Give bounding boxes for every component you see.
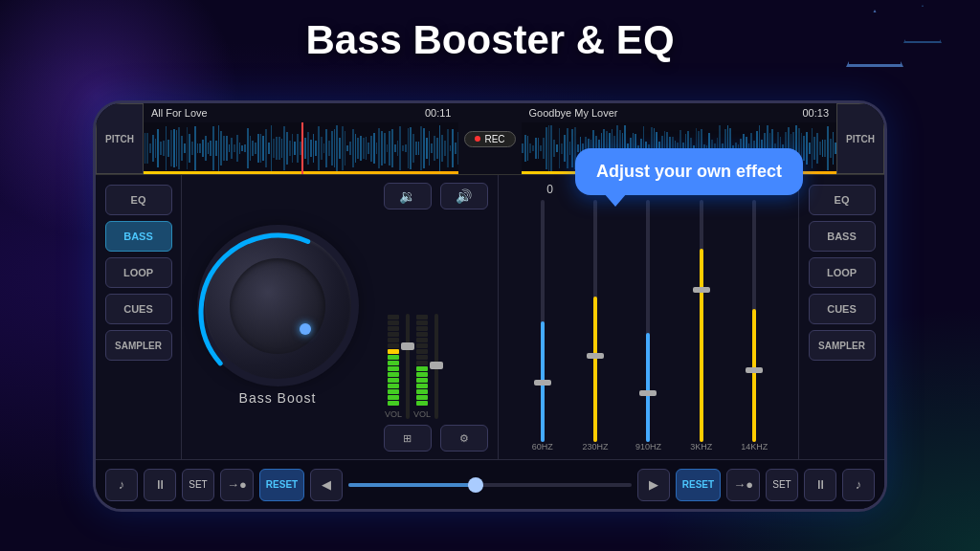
rec-label: REC — [484, 134, 504, 144]
rec-button[interactable]: REC — [464, 131, 515, 147]
track-time-right: 00:13 — [802, 107, 829, 119]
knob-outer — [204, 231, 352, 380]
rec-dot — [475, 136, 480, 142]
music-icon-right[interactable]: ♪ — [842, 469, 875, 501]
eq-slider-track-4[interactable] — [752, 200, 756, 442]
vu-left-column: VOL — [385, 300, 402, 419]
eq-slider-fill-4 — [752, 309, 756, 442]
eq-slider-thumb-0 — [534, 380, 551, 386]
eq-sliders — [506, 200, 791, 442]
vu-bottom-buttons: ⊞ ⚙ — [381, 425, 490, 452]
right-panel: EQ BASS LOOP CUES SAMPLER — [798, 175, 884, 459]
eq-section: 070100 60HZ230HZ910HZ3KHZ14KHZ — [498, 175, 798, 459]
left-bass-button[interactable]: BASS — [105, 221, 172, 252]
vu-right-bars — [416, 300, 428, 406]
eq-slider-track-2[interactable] — [646, 200, 650, 442]
eq-slider-fill-1 — [593, 297, 597, 442]
reset-button-right[interactable]: RESET — [676, 469, 721, 501]
vu-right-column: VOL — [413, 300, 431, 419]
eq-slider-col-2 — [646, 200, 650, 442]
progress-thumb — [468, 477, 483, 493]
eq-slider-col-3 — [700, 200, 703, 442]
knob-area: Bass Boost — [182, 175, 373, 459]
vu-slider-right-thumb — [430, 362, 443, 369]
eq-slider-thumb-4 — [746, 367, 763, 373]
vu-right-label: VOL — [413, 409, 431, 419]
vu-left-bars — [388, 300, 399, 406]
right-bass-button[interactable]: BASS — [809, 221, 876, 252]
vu-slider-left[interactable] — [406, 314, 410, 419]
track-time-left: 00:11 — [425, 107, 452, 119]
eq-slider-col-1 — [593, 200, 597, 442]
pause-button-left[interactable]: ⏸ — [144, 469, 176, 501]
vu-left-label: VOL — [385, 409, 402, 419]
vol-up-button[interactable]: 🔊 — [440, 183, 488, 209]
set-button-right[interactable]: SET — [766, 469, 798, 501]
knob-label: Bass Boost — [239, 390, 317, 406]
right-eq-button[interactable]: EQ — [809, 185, 876, 215]
right-sampler-button[interactable]: SAMPLER — [809, 330, 876, 361]
progress-bar[interactable] — [348, 483, 632, 487]
vu-meters: VOL VOL — [381, 215, 490, 419]
vu-grid-button[interactable]: ⊞ — [384, 425, 432, 452]
pause-button-right[interactable]: ⏸ — [804, 469, 836, 501]
eq-slider-fill-0 — [541, 321, 545, 443]
eq-freq-label-4: 14KHZ — [735, 442, 773, 452]
vu-section: 🔉 🔊 VOL VOL — [373, 175, 498, 459]
right-loop-button[interactable]: LOOP — [809, 257, 876, 288]
eq-slider-fill-3 — [700, 249, 703, 442]
eq-freq-label-1: 230HZ — [576, 442, 614, 452]
knob-inner — [230, 258, 325, 354]
vu-slider-right[interactable] — [434, 314, 438, 419]
eq-slider-col-4 — [752, 200, 756, 442]
eq-slider-thumb-3 — [693, 287, 710, 293]
track-info-left: All For Love 00:11 — [144, 103, 458, 122]
prev-button[interactable]: ◀ — [310, 469, 343, 501]
left-sampler-button[interactable]: SAMPLER — [105, 330, 172, 361]
left-eq-button[interactable]: EQ — [105, 185, 172, 215]
vu-settings-button[interactable]: ⚙ — [440, 425, 488, 452]
track-name-left: All For Love — [151, 107, 415, 119]
arrow-button-left[interactable]: →● — [220, 469, 254, 501]
main-area: EQ BASS LOOP CUES SAMPLER — [96, 175, 884, 459]
eq-slider-thumb-2 — [639, 390, 657, 396]
reset-button-left[interactable]: RESET — [259, 469, 304, 501]
arrow-button-right[interactable]: →● — [726, 469, 760, 501]
left-panel: EQ BASS LOOP CUES SAMPLER — [96, 175, 182, 459]
tooltip-bubble: Adjust your own effect — [575, 148, 803, 195]
eq-slider-track-1[interactable] — [593, 200, 597, 442]
rec-area: REC — [458, 103, 521, 174]
progress-fill — [348, 483, 476, 487]
set-button-left[interactable]: SET — [182, 469, 214, 501]
vu-slider-left-thumb — [401, 342, 414, 350]
eq-slider-track-0[interactable] — [541, 200, 545, 442]
tooltip-text: Adjust your own effect — [596, 162, 782, 181]
playhead — [301, 122, 303, 174]
eq-slider-fill-2 — [646, 333, 650, 442]
next-button[interactable]: ▶ — [637, 469, 670, 501]
eq-slider-thumb-1 — [587, 353, 604, 359]
right-cues-button[interactable]: CUES — [809, 294, 876, 324]
eq-slider-col-0 — [541, 200, 545, 442]
eq-slider-track-3[interactable] — [700, 200, 703, 442]
eq-value-0: 0 — [531, 183, 569, 196]
left-cues-button[interactable]: CUES — [105, 294, 172, 324]
knob-indicator — [300, 323, 311, 335]
vu-top-buttons: 🔉 🔊 — [381, 183, 490, 209]
eq-freq-label-2: 910HZ — [629, 442, 667, 452]
bass-knob[interactable] — [201, 230, 354, 383]
left-loop-button[interactable]: LOOP — [105, 257, 172, 288]
pitch-left-button[interactable]: PITCH — [96, 103, 144, 174]
waveform-left: All For Love 00:11 — [144, 103, 458, 174]
bottom-transport: ♪ ⏸ SET →● RESET ◀ ▶ RESET →● SET ⏸ ♪ — [96, 459, 884, 509]
pitch-right-button[interactable]: PITCH — [836, 103, 884, 174]
waveform-canvas-left — [144, 122, 458, 174]
eq-freq-label-0: 60HZ — [523, 442, 562, 452]
page-title: Bass Booster & EQ — [0, 17, 980, 63]
vol-down-button[interactable]: 🔉 — [384, 183, 432, 209]
track-info-right: Goodbye My Lover 00:13 — [522, 103, 836, 122]
eq-freq-label-3: 3KHZ — [682, 442, 721, 452]
music-icon-left[interactable]: ♪ — [105, 469, 138, 501]
eq-freq-labels: 60HZ230HZ910HZ3KHZ14KHZ — [506, 442, 791, 452]
track-name-right: Goodbye My Lover — [529, 107, 793, 119]
